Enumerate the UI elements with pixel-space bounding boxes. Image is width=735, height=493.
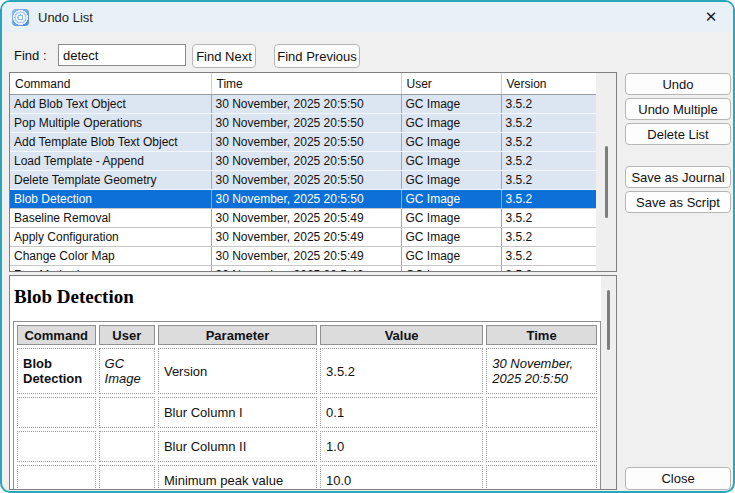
time-cell[interactable]: 30 November, 2025 20:5:49 xyxy=(211,266,401,273)
value-cell: 10.0 xyxy=(320,465,483,490)
value-cell: 3.5.2 xyxy=(320,348,483,394)
table-row[interactable]: Baseline Removal30 November, 2025 20:5:4… xyxy=(10,209,596,228)
parameter-cell: Version xyxy=(158,348,317,394)
column-header[interactable]: Command xyxy=(10,73,211,95)
table-row[interactable]: Blob Detection30 November, 2025 20:5:50G… xyxy=(10,190,596,209)
user-cell[interactable]: GC Image xyxy=(401,171,501,190)
version-cell[interactable]: 3.5.2 xyxy=(501,114,596,133)
command-cell: Blob Detection xyxy=(17,348,96,394)
parameter-cell: Blur Column I xyxy=(158,397,317,428)
detail-row: Blob DetectionGC ImageVersion3.5.230 Nov… xyxy=(17,348,597,394)
command-cell[interactable]: Delete Template Geometry xyxy=(10,171,211,190)
time-cell[interactable]: 30 November, 2025 20:5:49 xyxy=(211,209,401,228)
save-as-journal-button[interactable]: Save as Journal xyxy=(625,166,731,188)
version-cell[interactable]: 3.5.2 xyxy=(501,152,596,171)
user-cell[interactable]: GC Image xyxy=(401,133,501,152)
scrollbar-thumb[interactable] xyxy=(605,146,608,218)
command-cell[interactable]: Change Color Map xyxy=(10,247,211,266)
find-input[interactable] xyxy=(58,44,186,66)
detail-panel-scrollbar[interactable] xyxy=(601,276,616,489)
time-cell[interactable]: 30 November, 2025 20:5:50 xyxy=(211,171,401,190)
column-header[interactable]: User xyxy=(99,325,155,345)
version-cell[interactable]: 3.5.2 xyxy=(501,190,596,209)
column-header[interactable]: Time xyxy=(211,73,401,95)
undo-table-header-row: CommandTimeUserVersion xyxy=(10,73,596,95)
user-cell[interactable]: GC Image xyxy=(401,209,501,228)
detail-row: Minimum peak value10.0 xyxy=(17,465,597,490)
table-row[interactable]: Pop Multiple Operations30 November, 2025… xyxy=(10,114,596,133)
user-cell xyxy=(99,431,155,462)
command-cell[interactable]: Add Blob Text Object xyxy=(10,95,211,114)
time-cell[interactable]: 30 November, 2025 20:5:50 xyxy=(211,152,401,171)
version-cell[interactable]: 3.5.2 xyxy=(501,133,596,152)
time-cell[interactable]: 30 November, 2025 20:5:49 xyxy=(211,247,401,266)
detail-row: Blur Column II1.0 xyxy=(17,431,597,462)
table-row[interactable]: Add Template Blob Text Object30 November… xyxy=(10,133,596,152)
version-cell[interactable]: 3.5.2 xyxy=(501,266,596,273)
user-cell[interactable]: GC Image xyxy=(401,114,501,133)
command-cell xyxy=(17,465,96,490)
user-cell[interactable]: GC Image xyxy=(401,247,501,266)
scrollbar-thumb[interactable] xyxy=(607,290,610,350)
undo-table-body: Add Blob Text Object30 November, 2025 20… xyxy=(10,95,596,273)
undo-multiple-button[interactable]: Undo Multiple xyxy=(625,98,731,120)
app-icon xyxy=(12,9,29,26)
parameter-cell: Blur Column II xyxy=(158,431,317,462)
time-cell[interactable]: 30 November, 2025 20:5:50 xyxy=(211,133,401,152)
table-row[interactable]: Run Method30 November, 2025 20:5:49GC Im… xyxy=(10,266,596,273)
value-cell: 0.1 xyxy=(320,397,483,428)
command-cell[interactable]: Load Template - Append xyxy=(10,152,211,171)
column-header[interactable]: Value xyxy=(320,325,483,345)
save-as-script-button[interactable]: Save as Script xyxy=(625,191,731,213)
command-cell[interactable]: Pop Multiple Operations xyxy=(10,114,211,133)
table-row[interactable]: Add Blob Text Object30 November, 2025 20… xyxy=(10,95,596,114)
detail-heading: Blob Detection xyxy=(14,286,134,308)
time-cell[interactable]: 30 November, 2025 20:5:50 xyxy=(211,95,401,114)
version-cell[interactable]: 3.5.2 xyxy=(501,209,596,228)
undo-list-dialog: Undo List ✕ Find : Find Next Find Previo… xyxy=(0,0,735,493)
title-bar: Undo List ✕ xyxy=(2,2,733,32)
version-cell[interactable]: 3.5.2 xyxy=(501,247,596,266)
user-cell[interactable]: GC Image xyxy=(401,190,501,209)
undo-table-scrollbar[interactable] xyxy=(596,73,616,271)
time-cell[interactable]: 30 November, 2025 20:5:49 xyxy=(211,228,401,247)
user-cell xyxy=(99,465,155,490)
version-cell[interactable]: 3.5.2 xyxy=(501,171,596,190)
time-cell[interactable]: 30 November, 2025 20:5:50 xyxy=(211,114,401,133)
command-cell[interactable]: Run Method xyxy=(10,266,211,273)
user-cell[interactable]: GC Image xyxy=(401,266,501,273)
detail-table: CommandUserParameterValueTime Blob Detec… xyxy=(13,321,601,490)
user-cell[interactable]: GC Image xyxy=(401,152,501,171)
time-cell xyxy=(486,465,597,490)
user-cell[interactable]: GC Image xyxy=(401,95,501,114)
version-cell[interactable]: 3.5.2 xyxy=(501,228,596,247)
find-previous-button[interactable]: Find Previous xyxy=(274,44,360,68)
table-row[interactable]: Load Template - Append30 November, 2025 … xyxy=(10,152,596,171)
time-cell[interactable]: 30 November, 2025 20:5:50 xyxy=(211,190,401,209)
column-header[interactable]: Parameter xyxy=(158,325,317,345)
column-header[interactable]: Version xyxy=(501,73,596,95)
user-cell: GC Image xyxy=(99,348,155,394)
delete-list-button[interactable]: Delete List xyxy=(625,123,731,145)
parameter-cell: Minimum peak value xyxy=(158,465,317,490)
command-cell[interactable]: Apply Configuration xyxy=(10,228,211,247)
close-button[interactable]: Close xyxy=(625,467,731,490)
column-header[interactable]: Time xyxy=(486,325,597,345)
close-icon[interactable]: ✕ xyxy=(699,7,723,27)
command-cell xyxy=(17,397,96,428)
table-row[interactable]: Apply Configuration30 November, 2025 20:… xyxy=(10,228,596,247)
time-cell xyxy=(486,397,597,428)
command-cell xyxy=(17,431,96,462)
command-cell[interactable]: Add Template Blob Text Object xyxy=(10,133,211,152)
column-header[interactable]: Command xyxy=(17,325,96,345)
column-header[interactable]: User xyxy=(401,73,501,95)
command-cell[interactable]: Baseline Removal xyxy=(10,209,211,228)
user-cell[interactable]: GC Image xyxy=(401,228,501,247)
find-next-button[interactable]: Find Next xyxy=(192,44,256,68)
version-cell[interactable]: 3.5.2 xyxy=(501,95,596,114)
undo-button[interactable]: Undo xyxy=(625,73,731,95)
table-row[interactable]: Change Color Map30 November, 2025 20:5:4… xyxy=(10,247,596,266)
command-cell[interactable]: Blob Detection xyxy=(10,190,211,209)
time-cell: 30 November, 2025 20:5:50 xyxy=(486,348,597,394)
table-row[interactable]: Delete Template Geometry30 November, 202… xyxy=(10,171,596,190)
